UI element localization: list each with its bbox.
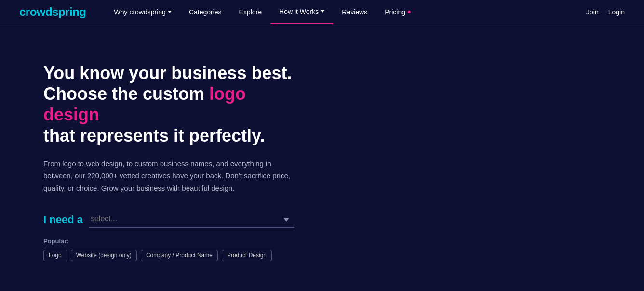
popular-section: Popular: Logo Website (design only) Comp… [43, 238, 294, 261]
nav-link-categories[interactable]: Categories [180, 0, 230, 24]
nav-links: Why crowdspring Categories Explore How i… [106, 0, 587, 24]
service-select-wrapper [89, 212, 294, 228]
hero-section: You know your business best. Choose the … [0, 24, 337, 285]
popular-tag-logo[interactable]: Logo [43, 250, 67, 261]
hero-heading: You know your business best. Choose the … [43, 63, 294, 146]
chevron-down-icon [321, 10, 324, 13]
nav-login-link[interactable]: Login [608, 8, 625, 16]
logo-text: crowdspring [19, 5, 86, 18]
popular-tag-product-design[interactable]: Product Design [222, 250, 272, 261]
i-need-section: I need a [43, 212, 294, 228]
pricing-indicator [408, 11, 411, 13]
popular-tag-company-product-name[interactable]: Company / Product Name [141, 250, 218, 261]
nav-join-link[interactable]: Join [586, 8, 599, 16]
navbar: crowdspring Why crowdspring Categories E… [0, 0, 644, 24]
nav-link-explore[interactable]: Explore [230, 0, 270, 24]
logo[interactable]: crowdspring [19, 5, 86, 19]
nav-link-reviews[interactable]: Reviews [333, 0, 376, 24]
nav-link-why-crowdspring[interactable]: Why crowdspring [106, 0, 180, 24]
chevron-down-icon [168, 11, 172, 13]
nav-link-how-it-works[interactable]: How it Works [270, 0, 333, 24]
hero-subtext: From logo to web design, to custom busin… [43, 158, 294, 195]
service-select-input[interactable] [89, 212, 294, 228]
popular-label: Popular: [43, 238, 69, 245]
popular-tag-website[interactable]: Website (design only) [71, 250, 137, 261]
i-need-label: I need a [43, 213, 83, 226]
nav-link-pricing[interactable]: Pricing [376, 0, 419, 24]
nav-right: Join Login [586, 8, 625, 16]
popular-tags: Logo Website (design only) Company / Pro… [43, 250, 272, 261]
